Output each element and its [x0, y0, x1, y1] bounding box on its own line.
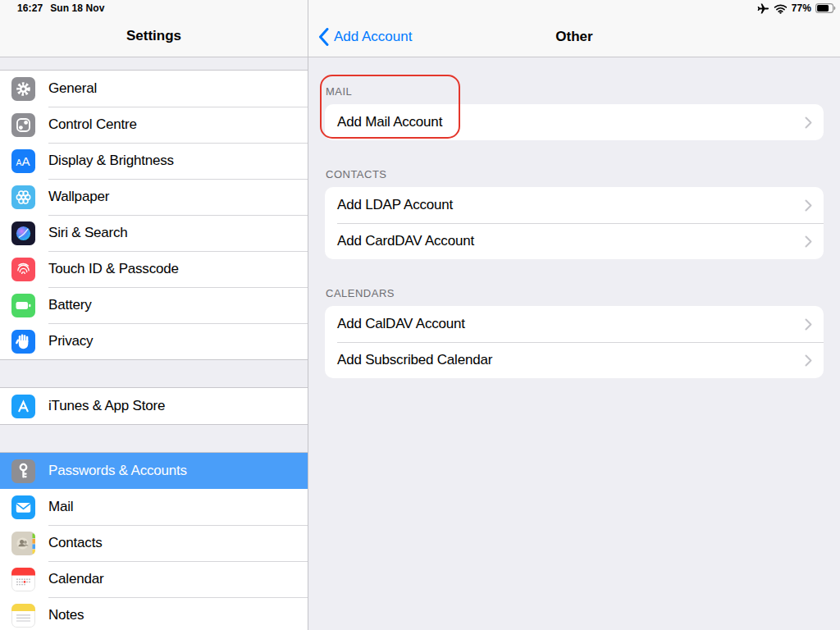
- card: Add LDAP Account Add CardDAV Account: [325, 187, 824, 259]
- chevron-right-icon: [805, 116, 812, 129]
- airplane-mode-icon: [757, 2, 769, 15]
- sidebar-item-label: Siri & Search: [48, 225, 128, 241]
- sidebar-item-battery[interactable]: Battery: [0, 287, 308, 323]
- add-mail-account-row[interactable]: Add Mail Account: [325, 104, 824, 140]
- fingerprint-icon: [11, 258, 35, 281]
- section-contacts: CONTACTS Add LDAP Account Add CardDAV Ac…: [308, 168, 840, 259]
- sidebar-item-general[interactable]: General: [0, 71, 308, 107]
- gear-icon: [11, 77, 35, 101]
- envelope-icon: [11, 495, 35, 519]
- sidebar-item-wallpaper[interactable]: Wallpaper: [0, 179, 308, 215]
- card: Add CalDAV Account Add Subscribed Calend…: [325, 306, 824, 378]
- sidebar-item-label: Contacts: [48, 535, 103, 551]
- key-icon: [11, 459, 35, 483]
- svg-text:A: A: [21, 153, 30, 167]
- sidebar-item-label: iTunes & App Store: [48, 398, 165, 414]
- chevron-right-icon: [805, 235, 812, 248]
- app-store-icon: [11, 395, 35, 418]
- section-calendars: CALENDARS Add CalDAV Account Add Subscri…: [308, 287, 840, 378]
- row-label: Add CardDAV Account: [337, 233, 805, 249]
- sidebar-list: General Control Centre AA Display & Brig…: [0, 57, 308, 630]
- chevron-right-icon: [805, 318, 812, 331]
- sidebar-item-label: Control Centre: [48, 116, 137, 133]
- page-title: Other: [308, 29, 840, 45]
- row-label: Add Mail Account: [337, 114, 805, 130]
- notes-icon: [11, 604, 35, 628]
- card: Add Mail Account: [325, 104, 824, 140]
- status-date: Sun 18 Nov: [50, 2, 104, 14]
- battery-status-icon: [815, 3, 836, 13]
- sidebar-item-display-brightness[interactable]: AA Display & Brightness: [0, 143, 308, 179]
- status-time: 16:27: [17, 2, 43, 14]
- sidebar-group-system: General Control Centre AA Display & Brig…: [0, 70, 308, 360]
- sidebar-item-label: Calendar: [48, 571, 103, 587]
- settings-sidebar: Settings General Control Centre: [0, 0, 308, 630]
- sidebar-item-label: Touch ID & Passcode: [48, 261, 179, 277]
- sidebar-item-itunes-app-store[interactable]: iTunes & App Store: [0, 388, 308, 424]
- sidebar-item-mail[interactable]: Mail: [0, 489, 308, 525]
- sidebar-title: Settings: [0, 28, 308, 44]
- sidebar-item-label: Passwords & Accounts: [48, 463, 187, 479]
- section-header: MAIL: [326, 85, 824, 98]
- sidebar-group-store: iTunes & App Store: [0, 387, 308, 425]
- battery-icon: [11, 294, 35, 317]
- sidebar-item-privacy[interactable]: Privacy: [0, 323, 308, 359]
- contacts-icon: [11, 532, 35, 555]
- sidebar-item-siri-search[interactable]: Siri & Search: [0, 215, 308, 251]
- detail-content: MAIL Add Mail Account CONTACTS Add LDAP …: [308, 57, 840, 630]
- add-carddav-account-row[interactable]: Add CardDAV Account: [325, 223, 824, 259]
- siri-orb-icon: [11, 221, 35, 245]
- sidebar-item-passwords-accounts[interactable]: Passwords & Accounts: [0, 453, 308, 489]
- privacy-hand-icon: [11, 330, 35, 354]
- status-bar: 16:27 Sun 18 Nov 77%: [0, 0, 840, 16]
- text-size-aa-icon: AA: [11, 149, 35, 173]
- calendar-icon: [11, 568, 35, 591]
- sidebar-item-label: Wallpaper: [48, 189, 109, 205]
- add-ldap-account-row[interactable]: Add LDAP Account: [325, 187, 824, 223]
- ipad-settings-screen: 16:27 Sun 18 Nov 77% Settings: [0, 0, 840, 630]
- section-header: CONTACTS: [326, 168, 824, 180]
- sidebar-item-label: Privacy: [48, 333, 93, 349]
- sidebar-item-touch-id-passcode[interactable]: Touch ID & Passcode: [0, 251, 308, 287]
- battery-percent: 77%: [792, 2, 811, 14]
- row-label: Add LDAP Account: [337, 197, 805, 213]
- row-label: Add CalDAV Account: [337, 316, 805, 332]
- sidebar-item-label: Notes: [48, 607, 84, 623]
- wifi-icon: [774, 3, 788, 14]
- chevron-right-icon: [805, 199, 812, 212]
- detail-pane-other-accounts: Add Account Other MAIL Add Mail Account …: [308, 0, 840, 630]
- sidebar-item-label: General: [48, 80, 97, 97]
- sidebar-item-label: Battery: [48, 297, 91, 313]
- sidebar-item-notes[interactable]: Notes: [0, 597, 308, 630]
- add-subscribed-calendar-row[interactable]: Add Subscribed Calendar: [325, 342, 824, 378]
- flower-icon: [11, 185, 35, 209]
- row-label: Add Subscribed Calendar: [337, 352, 805, 368]
- chevron-right-icon: [805, 354, 812, 367]
- section-header: CALENDARS: [326, 287, 824, 299]
- add-caldav-account-row[interactable]: Add CalDAV Account: [325, 306, 824, 342]
- section-mail: MAIL Add Mail Account: [308, 85, 840, 140]
- sidebar-item-contacts[interactable]: Contacts: [0, 525, 308, 561]
- sidebar-group-accounts-apps: Passwords & Accounts Mail Contacts: [0, 452, 308, 630]
- control-centre-toggles-icon: [11, 113, 35, 137]
- sidebar-item-calendar[interactable]: Calendar: [0, 561, 308, 597]
- sidebar-item-label: Mail: [48, 499, 73, 515]
- sidebar-item-label: Display & Brightness: [48, 153, 174, 169]
- sidebar-item-control-centre[interactable]: Control Centre: [0, 107, 308, 143]
